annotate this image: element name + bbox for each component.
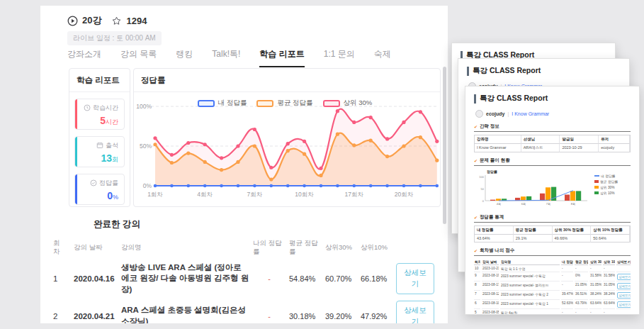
score-cell: 31.05% (589, 281, 601, 291)
detail-chip[interactable]: 상세보기 (617, 283, 631, 289)
stat-value: 43.64% (475, 235, 514, 242)
legend-item[interactable]: 상위 30% (323, 99, 373, 108)
score-table: 회차강의 날짜강의명내 정답률평균 정답률상위 30%상위 10%상세보기102… (474, 258, 631, 315)
score-cell: 31.05% (603, 281, 615, 291)
report-title-accent (467, 67, 469, 76)
tab-6[interactable]: 1:1 문의 (324, 48, 355, 67)
tab-7[interactable]: 숙제 (374, 48, 391, 67)
column-header-3: 강의명 (121, 242, 249, 253)
lecture-name: 생방송 LIVE ARA 스페셜 (정아로 에코 원장/ 다솔 아동병원 김주형… (121, 257, 249, 301)
detail-chip[interactable]: 상세보기 (617, 301, 631, 308)
svg-text:10회차: 10회차 (295, 191, 314, 198)
tab-4[interactable]: Talk!톡! (212, 48, 240, 67)
stat-value: 5시간 (75, 115, 118, 127)
completed-lectures-section: 완료한 강의 회차강의 날짜강의명나의 정답률평균 정답률상위30%상위10%1… (53, 213, 440, 323)
svg-text:100: 100 (479, 175, 484, 179)
course-tabs: 강좌소개강의 목록랭킹Talk!톡!학습 리포트1:1 문의숙제 (67, 48, 391, 67)
avg-accuracy: 30.18% (289, 307, 322, 323)
score-cell: 39.47% (561, 291, 573, 300)
mini-chart-legend: 내 정답률평균 정답률상위 30%상위 10% (594, 174, 618, 195)
info-value: I Know Grammar (475, 144, 521, 152)
score-header: 상위 10% (603, 258, 615, 265)
column-header-4: 나의 정답률 (253, 238, 286, 257)
legend-item[interactable]: 평균 정답률 (256, 99, 312, 108)
score-header: 회차 (474, 258, 480, 265)
tab-2[interactable]: 강의 목록 (120, 48, 157, 67)
svg-text:4회차: 4회차 (197, 191, 213, 198)
score-cell: 43.79% (575, 300, 588, 309)
score-cell: 52.63% (561, 300, 573, 309)
score-cell: 21.05% (575, 281, 588, 291)
screen: 20강 1294 라이브 일정 : 토 00:00 AM 강좌소개강의 목록랭킹… (0, 0, 644, 329)
score-cell: - (561, 272, 573, 281)
stat-accent-bar (75, 137, 77, 167)
score-cell: 2023-08-05 (482, 309, 499, 315)
detail-button[interactable]: 상세보기 (396, 263, 434, 294)
score-cell: - (575, 309, 588, 315)
legend-swatch (323, 100, 340, 107)
svg-text:50: 50 (481, 187, 485, 191)
detail-chip[interactable]: 상세보기 (617, 292, 631, 299)
tab-1[interactable]: 강좌소개 (67, 48, 101, 67)
score-cell: - (603, 265, 615, 272)
info-value: ecojudy (599, 144, 630, 152)
svg-text:0%: 0% (143, 182, 152, 189)
score-header: 내 정답률 (561, 258, 573, 265)
row-no: 2 (53, 307, 70, 323)
legend-item[interactable]: 내 정답률 (198, 99, 247, 108)
course-link[interactable]: I Know Grammar (512, 111, 549, 116)
row-no: 1 (53, 269, 70, 288)
column-header-7: 상위10% (361, 242, 392, 253)
report-title-accent (474, 94, 476, 104)
report-title: 특강 CLASS Report (480, 94, 548, 104)
report-section: ✔정답률 통계내 정답률평균 정답률상위 30% 정답률상위 10% 정답률43… (474, 214, 631, 242)
detail-button[interactable]: 상세보기 (396, 301, 434, 323)
stat-value: 0% (75, 190, 118, 201)
score-cell (616, 309, 631, 315)
svg-text:6회: 6회 (521, 202, 526, 206)
tab-5[interactable]: 학습 리포트 (259, 48, 304, 67)
legend-label: 상위 30% (344, 99, 373, 108)
score-cell: 2023 summer special- 블라인드 (500, 281, 560, 291)
legend-swatch (198, 100, 215, 107)
svg-text:0: 0 (482, 199, 485, 203)
column-header-2: 강의 날짜 (74, 242, 118, 253)
study-report-title: 학습 리포트 (69, 69, 130, 92)
score-cell: - (561, 281, 573, 291)
detail-chip[interactable]: 상세보기 (617, 274, 631, 280)
score-cell: 상세보기 (616, 272, 631, 281)
info-header: 유저 (599, 135, 630, 144)
score-header: 강의명 (500, 258, 560, 265)
star-count: 1294 (126, 16, 147, 26)
stat-card-attendance: 출석13회 (74, 136, 125, 167)
score-cell: - (603, 309, 615, 315)
accuracy-chart-panel: 정답률 내 정답률평균 정답률상위 30% 100%50%0%1회차4회차7회차… (133, 68, 441, 207)
score-cell: - (561, 265, 573, 272)
study-report-summary-panel: 학습 리포트 학습시간5시간출석13회정답률0% (69, 68, 130, 207)
score-cell: 63.64% (603, 300, 615, 309)
score-header: 상세보기 (616, 258, 631, 265)
check-icon: ✔ (474, 215, 478, 220)
report-section: ✔간략 정보강좌명선생님발급일유저I Know GrammarARA테스트202… (474, 123, 631, 152)
top30-accuracy: 60.70% (325, 269, 357, 288)
star-icon (111, 16, 122, 26)
tab-3[interactable]: 랭킹 (176, 48, 193, 67)
my-accuracy: - (253, 307, 286, 323)
report-section: ✔문제 풀이 현황정답률0501004회6회7회8회내 정답률평균 정답률상위 … (474, 157, 631, 209)
top10-accuracy: 47.92% (361, 307, 392, 323)
my-accuracy: - (253, 269, 286, 288)
score-cell: 63.64% (589, 300, 601, 309)
user-avatar (475, 110, 483, 118)
course-info-row: 20강 1294 (67, 14, 152, 27)
info-header: 발급일 (560, 135, 599, 144)
score-cell: 2023 summer special- 수특강 1 (500, 300, 560, 309)
score-cell: 2023-08-17 (482, 281, 499, 291)
legend-swatch (256, 100, 273, 107)
vertical-scrollbar[interactable] (443, 67, 446, 224)
lecture-date: 2020.04.21 (74, 307, 118, 323)
legend-label: 평균 정답률 (277, 99, 312, 108)
score-cell: 31.58% (603, 272, 615, 281)
score-cell: 2023 summer special -수특강 (500, 272, 560, 281)
stat-accent-bar (75, 99, 77, 129)
legend-label: 내 정답률 (218, 99, 247, 108)
